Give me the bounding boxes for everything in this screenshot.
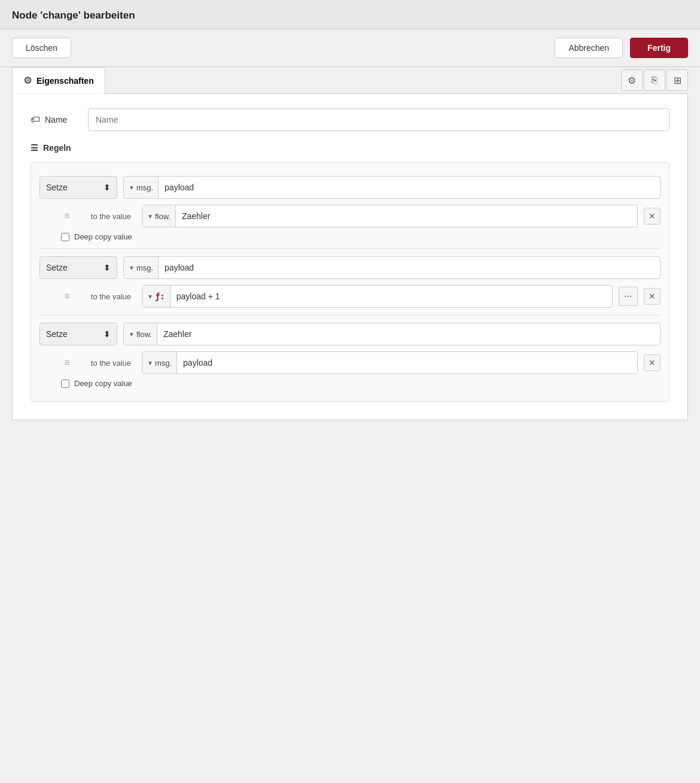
title-bar: Node 'change' bearbeiten <box>0 0 700 29</box>
rule-2-bottom-dropdown-arrow: ▼ <box>147 293 153 300</box>
copy-action-button[interactable]: ⎘ <box>644 69 665 91</box>
name-label: 🏷 Name <box>31 114 78 125</box>
rule-2-bottom-type-badge[interactable]: ▼ ƒ: <box>142 286 171 307</box>
rule-3-bottom-type-badge[interactable]: ▼ msg. <box>142 352 177 374</box>
rule-1-drag-handle[interactable]: ≡ <box>61 211 73 221</box>
rule-1-bottom-value-input[interactable]: ▼ flow. Zaehler <box>142 205 638 227</box>
delete-button[interactable]: Löschen <box>12 38 71 58</box>
rule-1-top-dropdown-arrow: ▼ <box>129 184 135 191</box>
rule-3-deep-copy-label: Deep copy value <box>74 379 132 388</box>
settings-action-icon: ⚙ <box>628 75 636 86</box>
rule-2-top-type-badge[interactable]: ▼ msg. <box>124 257 159 278</box>
rule-2-bottom-row: ≡ to the value ▼ ƒ: payload + 1 ··· ✕ <box>39 285 661 308</box>
rule-2-bottom-value-input[interactable]: ▼ ƒ: payload + 1 <box>142 285 613 308</box>
rule-block-2: Setze ⬍ ▼ msg. payload ≡ to the value <box>39 249 661 315</box>
rule-3-top-value-text: Zaehler <box>157 329 660 339</box>
rule-3-top-type-text: flow. <box>136 330 152 339</box>
rule-2-bottom-js-badge: ƒ: <box>155 292 165 301</box>
rule-3-bottom-value-text: payload <box>177 358 637 368</box>
rule-1-deep-copy-checkbox[interactable] <box>61 233 69 241</box>
rule-2-delete-button[interactable]: ✕ <box>644 288 661 305</box>
tab-label: Eigenschaften <box>36 76 94 86</box>
rule-3-bottom-row: ≡ to the value ▼ msg. payload ✕ <box>39 351 661 374</box>
rule-1-action-select[interactable]: Setze ⬍ <box>39 176 117 199</box>
settings-action-button[interactable]: ⚙ <box>621 69 643 91</box>
rule-3-action-select[interactable]: Setze ⬍ <box>39 323 117 345</box>
rule-1-top-type-badge[interactable]: ▼ msg. <box>124 177 159 198</box>
name-input[interactable] <box>88 108 669 131</box>
tab-actions: ⚙ ⎘ ⊞ <box>621 69 688 91</box>
rule-1-top-value-input[interactable]: ▼ msg. payload <box>123 176 661 199</box>
rules-container: Setze ⬍ ▼ msg. payload ≡ to the value <box>31 162 669 402</box>
rule-1-bottom-type-text: flow. <box>155 212 171 221</box>
done-button[interactable]: Fertig <box>630 38 688 58</box>
rule-2-delete-icon: ✕ <box>649 292 656 301</box>
rule-2-to-value-label: to the value <box>79 292 136 301</box>
rule-1-top-type-text: msg. <box>136 183 153 192</box>
rule-3-action-label: Setze <box>46 329 68 339</box>
rule-3-top-type-badge[interactable]: ▼ flow. <box>124 323 157 345</box>
rule-3-to-value-label: to the value <box>79 359 136 368</box>
name-label-text: Name <box>45 115 67 125</box>
page-container: Node 'change' bearbeiten Löschen Abbrech… <box>0 0 700 420</box>
rule-block-3: Setze ⬍ ▼ flow. Zaehler ≡ to the value <box>39 315 661 395</box>
rule-2-drag-handle[interactable]: ≡ <box>61 291 73 302</box>
rule-1-action-arrow: ⬍ <box>104 183 111 192</box>
name-field-row: 🏷 Name <box>31 108 669 131</box>
tabs-row: ⚙ Eigenschaften ⚙ ⎘ ⊞ <box>12 67 688 94</box>
rule-2-more-button[interactable]: ··· <box>619 287 638 306</box>
rule-2-top-row: Setze ⬍ ▼ msg. payload <box>39 256 661 279</box>
rule-2-top-dropdown-arrow: ▼ <box>129 265 135 271</box>
rule-2-top-type-text: msg. <box>136 263 153 272</box>
layout-action-button[interactable]: ⊞ <box>666 69 688 91</box>
rules-label-text: Regeln <box>43 143 71 153</box>
layout-action-icon: ⊞ <box>674 75 681 86</box>
toolbar: Löschen Abbrechen Fertig <box>0 29 700 67</box>
rule-3-delete-icon: ✕ <box>649 358 656 368</box>
tag-icon: 🏷 <box>31 114 40 125</box>
rule-1-top-row: Setze ⬍ ▼ msg. payload <box>39 176 661 199</box>
rule-3-top-value-input[interactable]: ▼ flow. Zaehler <box>123 323 661 345</box>
rule-3-top-row: Setze ⬍ ▼ flow. Zaehler <box>39 323 661 345</box>
rule-1-action-label: Setze <box>46 183 68 192</box>
copy-action-icon: ⎘ <box>652 75 658 86</box>
rule-2-top-value-input[interactable]: ▼ msg. payload <box>123 256 661 279</box>
rule-1-bottom-value-text: Zaehler <box>176 211 637 221</box>
page-title: Node 'change' bearbeiten <box>12 10 688 22</box>
tab-eigenschaften[interactable]: ⚙ Eigenschaften <box>12 67 105 94</box>
rule-2-more-icon: ··· <box>624 291 632 302</box>
rule-1-top-value-text: payload <box>159 183 660 192</box>
rule-3-bottom-value-input[interactable]: ▼ msg. payload <box>142 351 638 374</box>
rule-3-bottom-type-text: msg. <box>155 359 172 368</box>
rule-1-delete-icon: ✕ <box>649 211 656 221</box>
rule-3-deep-copy-checkbox[interactable] <box>61 380 69 388</box>
rule-1-deep-copy-label: Deep copy value <box>74 232 132 241</box>
rule-3-delete-button[interactable]: ✕ <box>644 354 661 371</box>
tab-settings-icon: ⚙ <box>23 75 32 86</box>
rules-section-label: ☰ Regeln <box>31 143 669 153</box>
rule-1-deep-copy-row: Deep copy value <box>39 232 661 241</box>
rule-3-bottom-dropdown-arrow: ▼ <box>147 360 153 366</box>
rule-2-bottom-value-text: payload + 1 <box>171 292 612 301</box>
rule-2-top-value-text: payload <box>159 263 660 272</box>
rule-2-action-select[interactable]: Setze ⬍ <box>39 256 117 279</box>
rule-block-1: Setze ⬍ ▼ msg. payload ≡ to the value <box>39 169 661 249</box>
rule-3-drag-handle[interactable]: ≡ <box>61 357 73 368</box>
rule-1-to-value-label: to the value <box>79 212 136 221</box>
rule-1-bottom-row: ≡ to the value ▼ flow. Zaehler ✕ <box>39 205 661 227</box>
rule-1-bottom-dropdown-arrow: ▼ <box>147 213 153 220</box>
rule-1-delete-button[interactable]: ✕ <box>644 208 661 224</box>
rule-2-action-label: Setze <box>46 263 68 272</box>
rule-2-action-arrow: ⬍ <box>104 263 111 272</box>
rule-1-bottom-type-badge[interactable]: ▼ flow. <box>142 205 176 227</box>
rules-icon: ☰ <box>31 143 38 153</box>
rule-3-top-dropdown-arrow: ▼ <box>129 331 135 338</box>
rule-3-action-arrow: ⬍ <box>104 329 111 339</box>
cancel-button[interactable]: Abbrechen <box>555 38 623 58</box>
rule-3-deep-copy-row: Deep copy value <box>39 379 661 388</box>
content-area: 🏷 Name ☰ Regeln Setze ⬍ ▼ <box>12 94 688 420</box>
tabs-section: ⚙ Eigenschaften ⚙ ⎘ ⊞ <box>0 67 700 94</box>
